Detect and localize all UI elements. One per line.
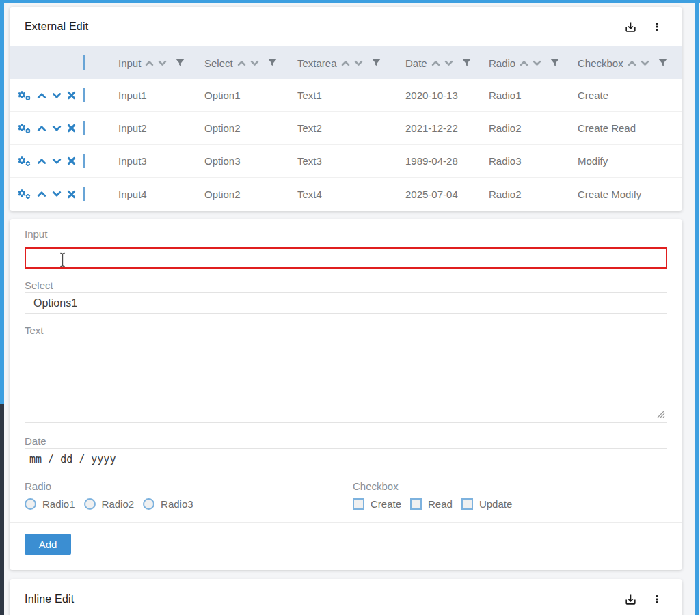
filter-icon[interactable] (462, 59, 471, 68)
cell-select: Option2 (204, 122, 297, 134)
card-title: External Edit (25, 20, 88, 33)
checkbox-option-create[interactable]: Create (353, 498, 401, 510)
select-field-value: Options1 (33, 297, 77, 310)
cell-textarea: Text4 (297, 189, 405, 200)
input-field-label: Input (25, 219, 667, 240)
row-select-checkbox[interactable] (83, 154, 85, 168)
column-header-radio: Radio (489, 57, 578, 69)
cell-input: Input1 (118, 90, 204, 101)
card-title: Inline Edit (25, 593, 74, 605)
cell-date: 2025-07-04 (405, 189, 489, 200)
table-header-row: Input Select Textarea Date Radio (10, 46, 682, 79)
sort-up-icon[interactable] (431, 60, 440, 66)
radio-option-radio3[interactable]: Radio3 (143, 498, 193, 510)
sort-down-icon[interactable] (444, 60, 453, 66)
sort-down-icon[interactable] (533, 60, 541, 66)
checkbox[interactable] (353, 498, 364, 510)
checkbox[interactable] (410, 498, 422, 510)
move-up-icon[interactable] (37, 191, 46, 197)
date-field-label: Date (25, 435, 667, 447)
row-select-checkbox[interactable] (83, 88, 85, 102)
sort-down-icon[interactable] (250, 60, 259, 66)
radio-button[interactable] (143, 498, 154, 510)
delete-icon[interactable] (67, 124, 76, 133)
delete-icon[interactable] (67, 156, 76, 165)
cell-checkbox: Modify (578, 155, 682, 167)
date-field-placeholder: mm / dd / yyyy (29, 453, 116, 465)
table-row: Input4 Option2 Text4 2025-07-04 Radio2 C… (10, 178, 682, 210)
radio-option-radio2[interactable]: Radio2 (84, 498, 135, 510)
move-up-icon[interactable] (37, 92, 46, 99)
external-edit-header: External Edit (10, 7, 682, 46)
row-select-checkbox[interactable] (83, 187, 85, 201)
filter-icon[interactable] (176, 59, 185, 68)
download-icon[interactable] (624, 20, 637, 33)
date-field[interactable]: mm / dd / yyyy (25, 448, 667, 469)
move-down-icon[interactable] (52, 125, 62, 132)
cell-textarea: Text2 (297, 122, 405, 134)
cell-checkbox: Create (578, 90, 682, 101)
table-row: Input3 Option3 Text3 1989-04-28 Radio3 M… (10, 145, 682, 178)
sort-up-icon[interactable] (341, 60, 350, 66)
checkbox[interactable] (461, 498, 473, 510)
delete-icon[interactable] (67, 190, 76, 199)
select-field[interactable]: Options1 (25, 292, 667, 314)
cell-radio: Radio2 (489, 122, 578, 134)
sort-down-icon[interactable] (354, 60, 363, 66)
checkbox-option-update[interactable]: Update (461, 498, 512, 510)
cell-textarea: Text1 (297, 90, 405, 101)
checkbox-group-label: Checkbox (353, 480, 667, 492)
text-field-label: Text (25, 325, 667, 336)
kebab-menu-icon[interactable] (651, 20, 663, 33)
page-top-accent-bar (0, 0, 700, 3)
filter-icon[interactable] (372, 59, 381, 68)
radio-option-radio1[interactable]: Radio1 (25, 498, 75, 510)
move-up-icon[interactable] (37, 125, 46, 132)
sort-up-icon[interactable] (628, 60, 636, 66)
cell-radio: Radio2 (489, 189, 578, 200)
column-header-textarea: Textarea (297, 57, 405, 69)
inline-edit-card: Inline Edit (10, 579, 682, 615)
cell-select: Option1 (204, 90, 297, 101)
cell-checkbox: Create Modify (578, 189, 682, 200)
left-edge-blue-strip (0, 0, 4, 404)
move-up-icon[interactable] (37, 158, 46, 165)
left-edge-dark-strip (0, 404, 4, 615)
textarea-field[interactable] (25, 338, 667, 423)
sort-up-icon[interactable] (520, 60, 528, 66)
filter-icon[interactable] (658, 59, 667, 68)
delete-icon[interactable] (67, 91, 76, 100)
settings-icon[interactable] (17, 156, 31, 167)
table-row: Input2 Option2 Text2 2021-12-22 Radio2 C… (10, 112, 682, 145)
sort-down-icon[interactable] (641, 60, 649, 66)
filter-icon[interactable] (550, 59, 559, 68)
input-field[interactable] (25, 247, 667, 269)
filter-icon[interactable] (268, 59, 277, 68)
settings-icon[interactable] (17, 189, 31, 200)
right-scrollbar[interactable] (695, 0, 699, 615)
download-icon[interactable] (624, 593, 637, 606)
move-down-icon[interactable] (52, 158, 62, 165)
ibeam-cursor (59, 252, 66, 270)
cell-date: 2021-12-22 (405, 122, 489, 134)
cell-radio: Radio1 (489, 90, 578, 101)
sort-up-icon[interactable] (145, 60, 154, 66)
row-select-checkbox[interactable] (83, 121, 85, 135)
sort-up-icon[interactable] (237, 60, 246, 66)
kebab-menu-icon[interactable] (651, 593, 663, 605)
cell-input: Input3 (118, 155, 204, 167)
resize-grip-icon[interactable] (657, 409, 665, 421)
checkbox-option-read[interactable]: Read (410, 498, 453, 510)
radio-group-label: Radio (25, 480, 353, 492)
settings-icon[interactable] (17, 123, 31, 134)
move-down-icon[interactable] (52, 191, 62, 197)
select-field-label: Select (25, 279, 667, 291)
settings-icon[interactable] (17, 90, 31, 101)
move-down-icon[interactable] (52, 92, 62, 99)
column-header-input: Input (118, 57, 204, 69)
radio-button[interactable] (84, 498, 96, 510)
radio-button[interactable] (25, 498, 36, 510)
select-all-checkbox[interactable] (83, 55, 85, 70)
add-button[interactable]: Add (25, 534, 71, 555)
sort-down-icon[interactable] (158, 60, 167, 66)
